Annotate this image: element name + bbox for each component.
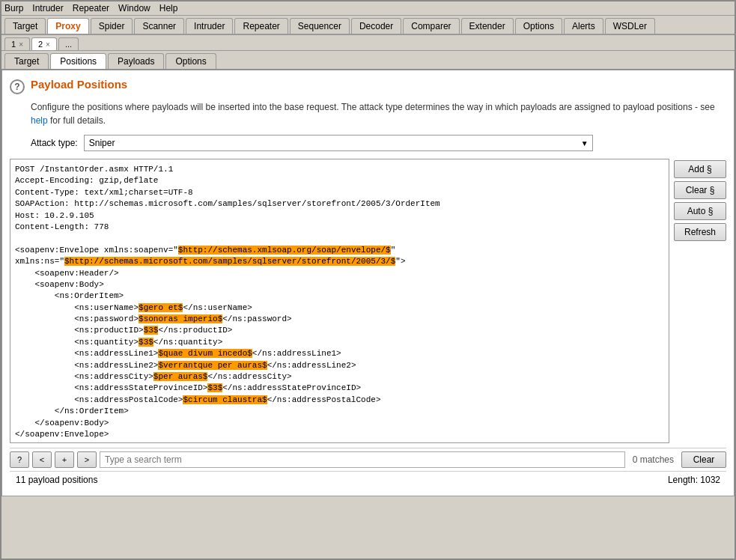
hl-3: $gero et$ — [139, 303, 183, 312]
clear-section-button[interactable]: Clear § — [674, 181, 726, 199]
help-icon[interactable]: ? — [10, 79, 25, 94]
length-info: Length: 1032 — [668, 475, 720, 485]
payload-positions-count: 11 payload positions — [16, 475, 97, 485]
tab-comparer[interactable]: Comparer — [403, 18, 459, 34]
tab-wsdler[interactable]: WSDLer — [605, 18, 655, 34]
editor-row: POST /InstantOrder.asmx HTTP/1.1 Accept-… — [10, 159, 726, 443]
num-tab-2-close[interactable]: × — [46, 40, 50, 49]
attack-type-select-wrapper: Sniper Battering ram Pitchfork Cluster b… — [84, 135, 593, 151]
inner-tab-options[interactable]: Options — [165, 53, 216, 69]
tab-target[interactable]: Target — [4, 18, 46, 34]
menu-bar: Burp Intruder Repeater Window Help — [1, 1, 735, 16]
tab-repeater[interactable]: Repeater — [234, 18, 288, 34]
search-forward-button[interactable]: > — [77, 451, 97, 468]
search-help-button[interactable]: ? — [10, 451, 29, 468]
status-bar: 11 payload positions Length: 1032 — [10, 471, 726, 488]
hl-1: $http://schemas.xmlsoap.org/soap/envelop… — [178, 246, 391, 255]
menu-burp[interactable]: Burp — [4, 3, 23, 13]
tab-intruder[interactable]: Intruder — [186, 18, 233, 34]
tab-proxy[interactable]: Proxy — [47, 18, 88, 34]
top-tab-bar: Target Proxy Spider Scanner Intruder Rep… — [1, 16, 735, 35]
hl-5: $3$ — [144, 326, 159, 335]
tab-spider[interactable]: Spider — [91, 18, 133, 34]
attack-type-label: Attack type: — [31, 138, 78, 148]
app-window: Burp Intruder Repeater Window Help Targe… — [0, 0, 736, 560]
refresh-button[interactable]: Refresh — [674, 223, 726, 241]
num-tab-1[interactable]: 1 × — [4, 37, 30, 50]
hl-7: $quae divum incedo$ — [158, 349, 252, 358]
main-panel: ? Payload Positions Configure the positi… — [1, 70, 735, 496]
tab-extender[interactable]: Extender — [461, 18, 514, 34]
num-tab-2-label: 2 — [38, 40, 43, 49]
auto-section-button[interactable]: Auto § — [674, 202, 726, 220]
menu-window[interactable]: Window — [118, 3, 150, 13]
search-next-button[interactable]: + — [55, 451, 74, 468]
attack-type-select[interactable]: Sniper Battering ram Pitchfork Cluster b… — [84, 135, 593, 151]
request-editor[interactable]: POST /InstantOrder.asmx HTTP/1.1 Accept-… — [10, 159, 669, 443]
inner-tab-target[interactable]: Target — [4, 53, 49, 69]
attack-type-row: Attack type: Sniper Battering ram Pitchf… — [31, 135, 726, 151]
num-tab-more[interactable]: ... — [58, 37, 79, 50]
hl-10: $3$ — [207, 383, 222, 392]
num-tab-1-close[interactable]: × — [19, 40, 23, 49]
inner-tab-bar: Target Positions Payloads Options — [1, 51, 735, 70]
section-description: Configure the positions where payloads w… — [31, 100, 726, 127]
tab-sequencer[interactable]: Sequencer — [290, 18, 350, 34]
add-section-button[interactable]: Add § — [674, 160, 726, 178]
tab-alerts[interactable]: Alerts — [564, 18, 603, 34]
help-link[interactable]: help — [31, 115, 48, 126]
search-bar: ? < + > 0 matches Clear — [10, 448, 726, 471]
hl-6: $3$ — [139, 338, 153, 347]
inner-tab-payloads[interactable]: Payloads — [108, 53, 164, 69]
menu-help[interactable]: Help — [159, 3, 178, 13]
search-input[interactable] — [100, 451, 625, 468]
editor-buttons: Add § Clear § Auto § Refresh — [674, 159, 726, 443]
hl-9: $per auras$ — [153, 372, 208, 381]
hl-4: $sonoras imperio$ — [139, 314, 222, 323]
menu-intruder[interactable]: Intruder — [32, 3, 63, 13]
tab-decoder[interactable]: Decoder — [351, 18, 401, 34]
match-count: 0 matches — [628, 454, 678, 465]
section-heading: Payload Positions — [31, 78, 127, 91]
menu-repeater[interactable]: Repeater — [73, 3, 109, 13]
num-tab-1-label: 1 — [11, 40, 16, 49]
num-tab-2[interactable]: 2 × — [31, 37, 57, 50]
section-title-row: ? Payload Positions — [10, 78, 726, 94]
search-prev-button[interactable]: < — [32, 451, 52, 468]
inner-tab-positions[interactable]: Positions — [50, 53, 106, 69]
hl-2: $http://schemas.microsoft.com/samples/sq… — [64, 257, 395, 266]
numbered-tab-bar: 1 × 2 × ... — [1, 35, 735, 51]
tab-scanner[interactable]: Scanner — [134, 18, 184, 34]
num-tab-more-label: ... — [65, 40, 72, 49]
request-text-plain: POST /InstantOrder.asmx HTTP/1.1 Accept-… — [15, 165, 440, 439]
hl-11: $circum claustra$ — [183, 395, 267, 404]
hl-8: $verrantque per auras$ — [158, 361, 267, 370]
clear-search-button[interactable]: Clear — [681, 451, 726, 468]
tab-options[interactable]: Options — [515, 18, 562, 34]
